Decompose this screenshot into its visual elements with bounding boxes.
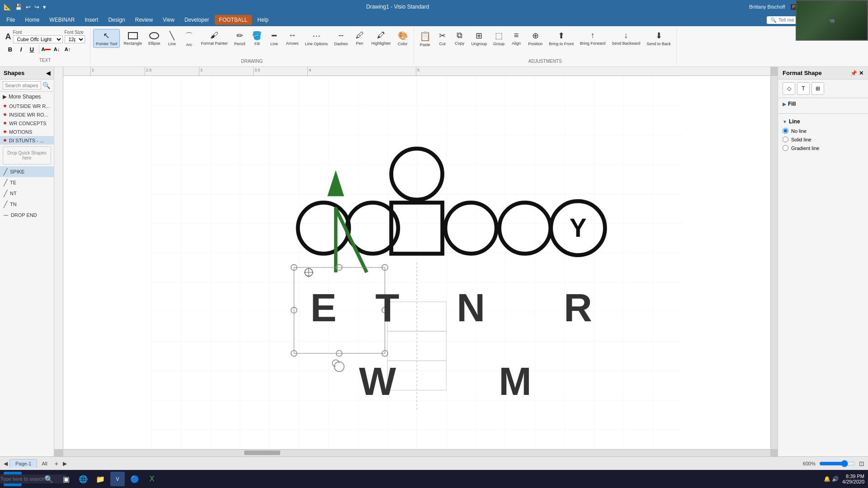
redo-icon[interactable]: ↪: [34, 4, 39, 10]
font-size-selector[interactable]: 12pt. 10pt. 14pt.: [65, 35, 85, 43]
copy-button[interactable]: ⧉ Copy: [452, 29, 468, 47]
arc-button[interactable]: ⌒ Arc: [181, 29, 197, 49]
menu-developer[interactable]: Developer: [180, 15, 214, 25]
zoom-fit-icon[interactable]: ⊡: [859, 460, 864, 467]
zoom-slider[interactable]: [819, 460, 855, 467]
italic-button[interactable]: I: [16, 44, 26, 54]
format-painter-button[interactable]: 🖌 Format Painter: [198, 29, 231, 47]
more-shapes-button[interactable]: ▶ More Shapes: [0, 92, 54, 102]
shapes-category-inside-wr[interactable]: ★ INSIDE WR RO...: [0, 110, 54, 119]
shape-tn[interactable]: ╱ TN: [0, 199, 54, 210]
gradient-line-radio[interactable]: [783, 145, 788, 151]
pointer-tool-button[interactable]: ↖ Pointer Tool: [93, 29, 120, 48]
taskbar-chrome[interactable]: 🌐: [76, 472, 90, 486]
taskbar-search[interactable]: [24, 472, 39, 486]
line-button[interactable]: ╲ Line: [164, 29, 180, 48]
shape-nt[interactable]: ╱ NT: [0, 188, 54, 199]
menu-webinar[interactable]: WEBINAR: [45, 15, 79, 25]
shapes-collapse-icon[interactable]: ◀: [46, 70, 50, 76]
position-button[interactable]: ⊕ Position: [525, 29, 545, 48]
taskbar-excel[interactable]: X: [145, 472, 159, 486]
line-header[interactable]: ▼ Line: [783, 118, 863, 125]
undo-icon[interactable]: ↩: [26, 4, 31, 10]
taskbar-cortana[interactable]: 🔍: [42, 472, 56, 486]
drawing-canvas[interactable]: Y E T N: [63, 76, 770, 449]
line-options-button[interactable]: ⋯ Line Options: [302, 29, 330, 48]
menu-view[interactable]: View: [158, 15, 179, 25]
group-button[interactable]: ⬚ Group: [491, 29, 507, 48]
taskbar-edge[interactable]: 🔵: [127, 472, 142, 486]
menu-football[interactable]: FOOTBALL: [215, 15, 252, 25]
pen-button[interactable]: 🖊 Pen: [352, 29, 368, 47]
highlighter-button[interactable]: 🖍 Highlighter: [369, 29, 394, 47]
ellipse-button[interactable]: Ellipse: [146, 29, 163, 47]
pencil-button[interactable]: ✏ Pencil: [231, 29, 248, 48]
solid-line-option[interactable]: Solid line: [783, 135, 863, 144]
send-backward-button[interactable]: ↓ Send Backward: [609, 29, 643, 47]
shapes-search-input[interactable]: [3, 81, 41, 89]
format-panel-pin-icon[interactable]: 📌: [850, 70, 857, 76]
align-button[interactable]: ≡ Align: [508, 29, 524, 47]
taskbar-explorer[interactable]: 📁: [93, 472, 108, 486]
pencil-label: Pencil: [234, 42, 245, 46]
dashes-button[interactable]: ╌ Dashes: [331, 29, 351, 48]
shapes-category-wr-concepts[interactable]: ★ WR CONCEPTS: [0, 119, 54, 127]
ungroup-button[interactable]: ⊞ Ungroup: [469, 29, 490, 48]
paste-button[interactable]: 📋 Paste: [417, 29, 434, 49]
menu-help[interactable]: Help: [253, 15, 273, 25]
rectangle-button[interactable]: Rectangle: [121, 29, 145, 47]
format-panel-close-icon[interactable]: ✕: [859, 70, 863, 76]
prev-page-btn[interactable]: ◀: [4, 460, 8, 467]
taskbar-tasks[interactable]: ▣: [59, 472, 73, 486]
save-icon[interactable]: 💾: [15, 4, 22, 10]
bring-forward-button[interactable]: ↑ Bring Forward: [577, 29, 609, 47]
menu-file[interactable]: File: [2, 15, 19, 25]
format-shape-icon[interactable]: ◇: [783, 82, 795, 95]
fill-button[interactable]: 🪣 Fill: [249, 29, 265, 48]
svg-text:T: T: [375, 286, 399, 329]
send-to-back-button[interactable]: ⬇ Send to Back: [644, 29, 674, 48]
scroll-bottom[interactable]: [63, 449, 770, 456]
format-table-icon[interactable]: ⊞: [811, 82, 824, 95]
shapes-category-outside-wr[interactable]: ★ OUTSIDE WR R...: [0, 102, 54, 110]
shape-spike[interactable]: ╱ SPIKE: [0, 166, 54, 177]
menu-design[interactable]: Design: [104, 15, 129, 25]
cut-button[interactable]: ✂ Cut: [434, 29, 451, 48]
customize-icon[interactable]: ▾: [43, 4, 46, 10]
all-pages-btn[interactable]: All: [39, 460, 50, 468]
arrows-button[interactable]: ↔ Arrows: [283, 29, 301, 47]
menu-home[interactable]: Home: [20, 15, 44, 25]
solid-line-radio[interactable]: [783, 136, 788, 142]
scroll-right[interactable]: [770, 76, 778, 449]
taskbar-visio[interactable]: V: [110, 472, 125, 486]
fill-header[interactable]: ▶ Fill: [783, 101, 863, 107]
underline-button[interactable]: U: [27, 44, 37, 54]
shape-line-icon: ╱: [4, 190, 7, 197]
taskbar-search-input[interactable]: [0, 474, 66, 483]
page-tab-1[interactable]: Page-1: [9, 459, 37, 468]
shapes-category-motions[interactable]: ★ MOTIONS: [0, 127, 54, 136]
menu-review[interactable]: Review: [131, 15, 157, 25]
shapes-category-di-stunts[interactable]: ★ DI STUNTS - ...: [0, 136, 54, 145]
no-line-option[interactable]: No line: [783, 127, 863, 135]
increase-font-btn[interactable]: A↑: [63, 44, 73, 54]
menu-insert[interactable]: Insert: [80, 15, 103, 25]
font-name-selector[interactable]: Cube Offc Light Arial Times New Roman: [13, 35, 63, 43]
line-tool-button[interactable]: ━ Line: [266, 29, 282, 48]
decrease-font-btn[interactable]: A↓: [52, 44, 62, 54]
pointer-icon: ↖: [103, 31, 110, 41]
scroll-thumb[interactable]: [244, 450, 280, 455]
font-color-btn[interactable]: A: [41, 44, 51, 54]
format-text-icon[interactable]: T: [797, 82, 810, 95]
no-line-radio[interactable]: [783, 128, 788, 134]
next-page-btn[interactable]: ▶: [63, 460, 67, 467]
shapes-search-icon[interactable]: 🔍: [42, 82, 50, 89]
color-button[interactable]: 🎨 Color: [395, 29, 411, 48]
bold-button[interactable]: B: [5, 44, 15, 54]
bring-to-front-button[interactable]: ⬆ Bring to Front: [546, 29, 576, 48]
add-page-btn[interactable]: +: [52, 459, 61, 468]
shape-drop-end[interactable]: ─ DROP END: [0, 210, 54, 221]
shape-te[interactable]: ╱ TE: [0, 177, 54, 188]
canvas-container[interactable]: 2 2.5 3 3.5 4 5: [54, 67, 778, 456]
gradient-line-option[interactable]: Gradient line: [783, 144, 863, 152]
